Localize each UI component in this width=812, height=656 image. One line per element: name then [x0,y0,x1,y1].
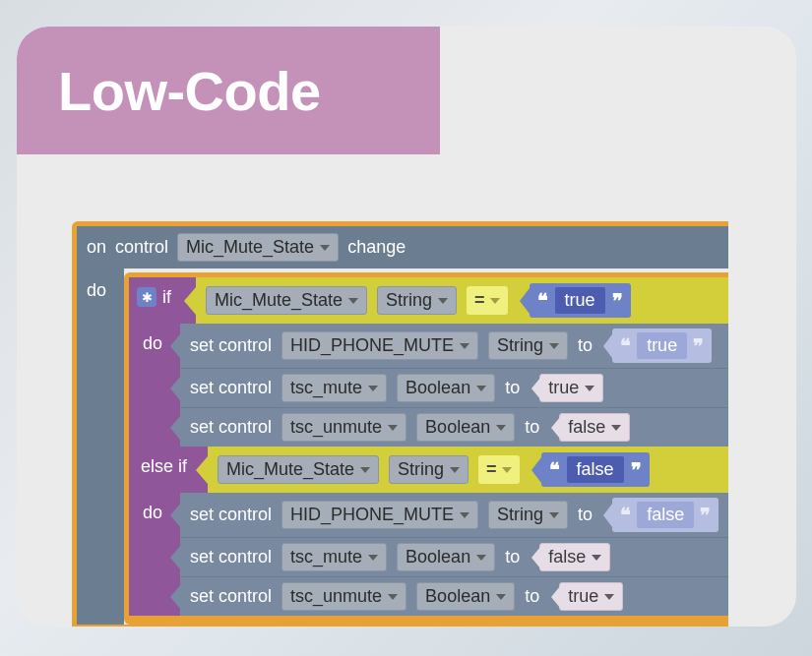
operator-select[interactable]: = [478,455,520,484]
string-value: false [637,502,694,528]
header-banner: Low-Code [17,27,440,154]
on-control-change-row[interactable]: on control Mic_Mute_State change [77,226,728,268]
actions1-stack: set controlHID_PHONE_MUTEStringto❝true❞s… [180,324,728,447]
actions2-stack: set controlHID_PHONE_MUTEStringto❝false❞… [180,493,728,616]
elseif-condition[interactable]: Mic_Mute_State String = [208,447,728,493]
string-value: true [637,332,687,359]
chevron-down-icon [388,594,398,600]
bool-value-select[interactable]: true [559,582,623,611]
kw-to: to [525,417,539,438]
control-name-select[interactable]: HID_PHONE_MUTE [281,331,478,360]
kw-set-control: set control [190,417,272,438]
block-workspace: on control Mic_Mute_State change do [72,221,728,626]
quote-icon: ❞ [612,289,623,313]
quote-icon: ❝ [620,334,631,358]
control-name-value: tsc_unmute [290,586,382,607]
bool-value: false [568,417,605,438]
kw-if: if [162,287,171,308]
control-name-select[interactable]: HID_PHONE_MUTE [281,501,478,529]
kw-to: to [525,586,539,607]
cond2-value: false [567,456,624,483]
chevron-down-icon [549,343,559,349]
control-name-select[interactable]: tsc_unmute [281,582,406,611]
card: Low-Code on control Mic_Mute_State chang… [17,27,796,626]
chevron-down-icon [368,555,378,561]
bool-value: true [568,586,598,607]
kw-to: to [578,505,593,525]
set-control-row[interactable]: set controltsc_muteBooleantofalse [180,538,728,577]
cond1-type: String [386,290,432,311]
kw-to: to [578,335,593,356]
notch-icon [170,334,180,358]
bool-value: false [548,547,586,567]
notch-icon [170,504,180,527]
if-block[interactable]: ✱ if Mic_Mute_State String [124,272,728,625]
control-type-value: Boolean [406,547,470,567]
chevron-down-icon [460,343,469,349]
set-control-row[interactable]: set controltsc_unmuteBooleantotrue [180,577,728,616]
chevron-down-icon [496,425,506,431]
kw-elseif: else if [141,456,187,477]
kw-to: to [505,547,520,567]
control-name-select[interactable]: tsc_mute [281,374,387,402]
quote-icon: ❞ [700,504,711,527]
control-name-select[interactable]: tsc_unmute [281,413,406,442]
bool-value-select[interactable]: false [559,413,630,442]
cond1-value-chip[interactable]: ❝ true ❞ [530,283,631,318]
set-control-row[interactable]: set controltsc_unmuteBooleantofalse [180,408,728,447]
event-control-select[interactable]: Mic_Mute_State [177,233,339,262]
bool-value-select[interactable]: true [539,374,603,402]
operator-select[interactable]: = [467,286,508,315]
control-name-select[interactable]: tsc_mute [281,543,387,571]
gear-icon[interactable]: ✱ [137,287,156,307]
chevron-down-icon [348,298,358,304]
quote-icon: ❞ [631,458,642,482]
kw-do: do [143,333,162,354]
notch-icon [170,377,180,400]
control-type-select[interactable]: Boolean [416,582,515,611]
event-control-value: Mic_Mute_State [186,237,314,258]
chevron-down-icon [476,555,486,561]
kw-set-control: set control [190,335,272,356]
notch-icon [170,585,180,609]
set-control-row[interactable]: set controlHID_PHONE_MUTEStringto❝false❞ [180,493,728,538]
cond2-value-chip[interactable]: ❝ false ❞ [541,452,650,487]
chevron-down-icon [502,467,512,473]
cond1-var: Mic_Mute_State [215,290,343,311]
chevron-down-icon [496,594,506,600]
chevron-down-icon [320,245,330,251]
notch-icon [170,416,180,440]
kw-control: control [115,237,168,258]
string-value-chip[interactable]: ❝false❞ [612,498,718,532]
eq-label: = [474,290,485,311]
chevron-down-icon [388,425,398,431]
control-type-select[interactable]: Boolean [397,543,495,571]
cond2-type-select[interactable]: String [389,455,468,484]
kw-do: do [143,503,162,523]
chevron-down-icon [490,298,500,304]
control-type-select[interactable]: Boolean [397,374,495,402]
bool-value-select[interactable]: false [539,543,610,571]
control-type-select[interactable]: String [488,501,568,529]
string-value-chip[interactable]: ❝true❞ [612,328,712,363]
cond1-type-select[interactable]: String [377,286,457,315]
chevron-down-icon [611,425,621,431]
kw-set-control: set control [190,378,272,398]
chevron-down-icon [604,594,614,600]
cond2-var-select[interactable]: Mic_Mute_State [218,455,379,484]
set-control-row[interactable]: set controltsc_muteBooleantotrue [180,369,728,408]
chevron-down-icon [450,467,460,473]
cond1-var-select[interactable]: Mic_Mute_State [206,286,367,315]
set-control-row[interactable]: set controlHID_PHONE_MUTEStringto❝true❞ [180,324,728,369]
chevron-down-icon [438,298,448,304]
control-type-value: String [497,505,543,525]
if-condition[interactable]: Mic_Mute_State String = [196,277,728,324]
control-type-value: Boolean [406,378,470,398]
control-type-value: String [497,335,543,356]
page-title: Low-Code [58,59,321,123]
event-block[interactable]: on control Mic_Mute_State change do [72,221,728,626]
control-type-select[interactable]: Boolean [416,413,515,442]
chevron-down-icon [360,467,370,473]
quote-icon: ❝ [549,458,560,482]
control-type-select[interactable]: String [488,331,568,360]
